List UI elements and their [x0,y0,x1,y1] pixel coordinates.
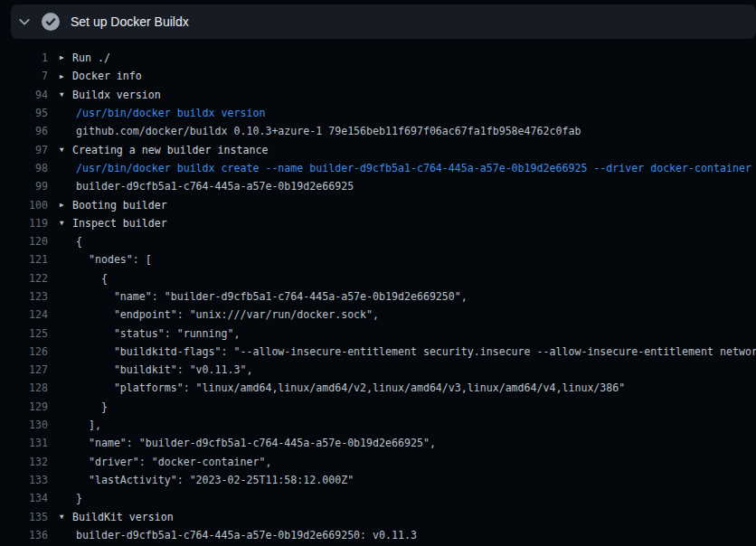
log-line-number[interactable]: 97 [0,144,48,156]
group-collapsed-icon[interactable]: ▶ [60,54,72,61]
log-text: BuildKit version [72,511,174,523]
log-group-toggle[interactable]: ▶Run ./ [60,52,110,64]
log-line-content: { [60,272,108,285]
log-line: 99builder-d9cfb5a1-c764-445a-a57e-0b19d2… [0,177,756,195]
log-line-content: "buildkit": "v0.11.3", [60,363,252,376]
log-line-number[interactable]: 123 [0,290,48,303]
log-line: 123 "name": "builder-d9cfb5a1-c764-445a-… [0,287,756,306]
step-header[interactable]: Set up Docker Buildx [11,5,756,39]
log-line-number[interactable]: 100 [0,199,48,212]
log-group-toggle[interactable]: ▼BuildKit version [60,511,174,523]
log-line-number[interactable]: 122 [0,272,48,285]
log-line-content: "name": "builder-d9cfb5a1-c764-445a-a57e… [60,290,468,303]
log-text: "lastActivity": "2023-02-25T11:58:12.000… [60,474,354,486]
log-line-content: "status": "running", [60,327,240,340]
log-line-content: builder-d9cfb5a1-c764-445a-a57e-0b19d2e6… [60,180,354,193]
log-line-content: } [60,492,82,504]
log-line: 131 "name": "builder-d9cfb5a1-c764-445a-… [0,434,756,452]
chevron-down-icon[interactable] [11,15,38,28]
log-text: Creating a new builder instance [72,144,268,156]
log-line-number[interactable]: 126 [0,345,48,358]
log-text: Run ./ [72,52,110,64]
log-line-number[interactable]: 136 [0,529,48,541]
log-lines: 1▶Run ./7▶Docker info94▼Buildx version95… [0,49,756,546]
log-line-number[interactable]: 121 [0,253,48,266]
log-line: 133 "lastActivity": "2023-02-25T11:58:12… [0,471,756,489]
group-expanded-icon[interactable]: ▼ [60,91,72,99]
log-line-number[interactable]: 96 [0,125,48,137]
log-line-content: github.com/docker/buildx 0.10.3+azure-1 … [60,125,581,137]
log-text: Inspect builder [72,217,167,230]
log-text: "platforms": "linux/amd64,linux/amd64/v2… [60,381,625,394]
log-line-number[interactable]: 132 [0,456,48,468]
log-text: Docker info [72,70,142,82]
log-text: } [60,400,108,413]
log-line-content: "endpoint": "unix:///var/run/docker.sock… [60,308,379,321]
group-collapsed-icon[interactable]: ▶ [60,202,72,209]
log-line-number[interactable]: 99 [0,180,48,193]
log-line: 126 "buildkitd-flags": "--allow-insecure… [0,343,756,361]
log-text: "driver": "docker-container", [60,456,271,468]
log-text: /usr/bin/docker buildx version [60,107,265,119]
log-text: "nodes": [ [60,253,152,266]
log-line-content: "driver": "docker-container", [60,456,271,468]
log-line-content: "lastActivity": "2023-02-25T11:58:12.000… [60,474,354,486]
log-line-content: builder-d9cfb5a1-c764-445a-a57e-0b19d2e6… [60,529,417,541]
log-line-number[interactable]: 95 [0,107,48,119]
group-expanded-icon[interactable]: ▼ [60,220,72,227]
log-text: /usr/bin/docker buildx create --name bui… [60,162,751,174]
log-line: 98/usr/bin/docker buildx create --name b… [0,159,756,177]
log-text: ], [60,419,101,431]
log-line-number[interactable]: 120 [0,235,48,248]
log-line: 96github.com/docker/buildx 0.10.3+azure-… [0,122,756,140]
log-line: 136builder-d9cfb5a1-c764-445a-a57e-0b19d… [0,526,756,544]
log-group-toggle[interactable]: ▶Docker info [60,70,142,82]
log-line-number[interactable]: 133 [0,474,48,486]
log-line: 97▼Creating a new builder instance [0,140,756,158]
log-line-number[interactable]: 124 [0,308,48,321]
log-line-number[interactable]: 119 [0,217,48,230]
log-text: Booting builder [72,199,167,212]
group-collapsed-icon[interactable]: ▶ [60,73,72,80]
group-expanded-icon[interactable]: ▼ [60,513,72,521]
log-text: Buildx version [72,89,161,101]
log-line: 125 "status": "running", [0,324,756,342]
log-line-number[interactable]: 127 [0,363,48,376]
log-line-number[interactable]: 98 [0,162,48,174]
log-line: 122 { [0,269,756,287]
log-text: "name": "builder-d9cfb5a1-c764-445a-a57e… [60,437,436,449]
log-line: 132 "driver": "docker-container", [0,453,756,471]
log-line-number[interactable]: 125 [0,327,48,340]
log-text: } [60,492,82,504]
log-group-toggle[interactable]: ▶Booting builder [60,199,167,212]
log-line-number[interactable]: 131 [0,437,48,449]
log-line: 119▼Inspect builder [0,214,756,232]
log-line-number[interactable]: 7 [0,70,48,82]
log-line: 1▶Run ./ [0,49,756,67]
log-line: 120{ [0,232,756,250]
log-line: 95/usr/bin/docker buildx version [0,104,756,122]
log-group-toggle[interactable]: ▼Inspect builder [60,217,167,230]
log-line-content: /usr/bin/docker buildx version [60,107,265,119]
log-text: builder-d9cfb5a1-c764-445a-a57e-0b19d2e6… [60,529,417,541]
log-line: 127 "buildkit": "v0.11.3", [0,361,756,379]
log-group-toggle[interactable]: ▼Buildx version [60,89,161,101]
step-title: Set up Docker Buildx [71,14,189,29]
log-line-content: { [60,235,82,248]
log-line-number[interactable]: 129 [0,400,48,413]
log-line-number[interactable]: 134 [0,492,48,504]
log-group-toggle[interactable]: ▼Creating a new builder instance [60,144,268,156]
log-line-number[interactable]: 128 [0,381,48,394]
log-line-number[interactable]: 1 [0,52,48,64]
log-text: github.com/docker/buildx 0.10.3+azure-1 … [60,125,581,137]
log-text: "endpoint": "unix:///var/run/docker.sock… [60,308,379,321]
log-line: 135▼BuildKit version [0,507,756,525]
log-line-number[interactable]: 94 [0,89,48,101]
log-text: builder-d9cfb5a1-c764-445a-a57e-0b19d2e6… [60,180,354,193]
group-expanded-icon[interactable]: ▼ [60,146,72,154]
log-text: "status": "running", [60,327,240,340]
log-line: 128 "platforms": "linux/amd64,linux/amd6… [0,379,756,397]
log-line-number[interactable]: 130 [0,419,48,431]
log-line-content: } [60,400,108,413]
log-line-number[interactable]: 135 [0,511,48,523]
